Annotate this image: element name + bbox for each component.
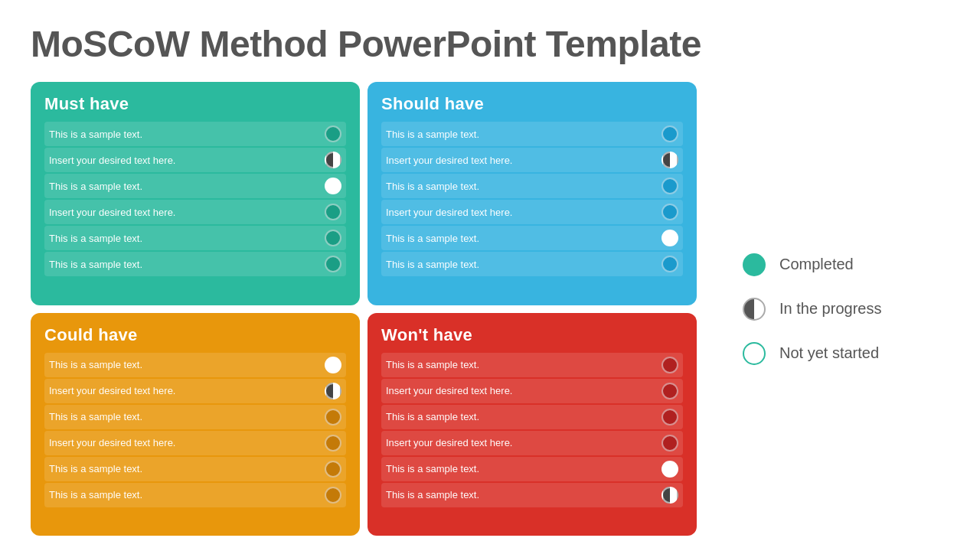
row-text: This is a sample text. bbox=[386, 359, 479, 370]
completed-icon bbox=[662, 204, 678, 220]
legend-label: Completed bbox=[779, 256, 854, 273]
not-started-icon bbox=[662, 461, 678, 478]
completed-icon bbox=[325, 461, 341, 478]
row-item: This is a sample text. bbox=[44, 405, 346, 429]
quadrant-title-wont-have: Won't have bbox=[381, 325, 683, 345]
quadrant-rows-could-have: This is a sample text.Insert your desire… bbox=[44, 353, 346, 526]
quadrant-rows-must-have: This is a sample text.Insert your desire… bbox=[44, 122, 346, 295]
completed-icon bbox=[662, 178, 678, 194]
quadrant-title-could-have: Could have bbox=[44, 325, 346, 345]
row-text: This is a sample text. bbox=[49, 411, 142, 422]
legend-item-completed: Completed bbox=[743, 253, 854, 276]
row-item: Insert your desired text here. bbox=[44, 200, 346, 224]
row-text: This is a sample text. bbox=[386, 259, 479, 270]
quadrant-could-have: Could haveThis is a sample text.Insert y… bbox=[31, 313, 360, 536]
row-item: Insert your desired text here. bbox=[44, 379, 346, 403]
row-item: This is a sample text. bbox=[44, 483, 346, 507]
completed-icon bbox=[325, 230, 341, 246]
row-text: Insert your desired text here. bbox=[49, 437, 175, 448]
row-item: This is a sample text. bbox=[381, 483, 683, 507]
row-item: Insert your desired text here. bbox=[381, 379, 683, 403]
row-item: This is a sample text. bbox=[44, 174, 346, 198]
row-text: This is a sample text. bbox=[386, 463, 479, 474]
row-item: Insert your desired text here. bbox=[381, 200, 683, 224]
row-text: This is a sample text. bbox=[49, 233, 142, 244]
completed-icon bbox=[325, 409, 341, 425]
row-text: This is a sample text. bbox=[386, 489, 479, 500]
row-item: This is a sample text. bbox=[381, 174, 683, 198]
page: MoSCoW Method PowerPoint Template Must h… bbox=[0, 0, 980, 551]
main-content: Must haveThis is a sample text.Insert yo… bbox=[31, 82, 949, 536]
legend-label: Not yet started bbox=[779, 344, 879, 362]
row-text: Insert your desired text here. bbox=[386, 155, 512, 166]
row-text: Insert your desired text here. bbox=[386, 437, 512, 448]
page-title: MoSCoW Method PowerPoint Template bbox=[31, 23, 949, 65]
row-item: Insert your desired text here. bbox=[44, 148, 346, 172]
completed-icon bbox=[325, 126, 341, 142]
row-item: This is a sample text. bbox=[44, 252, 346, 276]
not-started-icon bbox=[662, 230, 678, 246]
quadrant-title-must-have: Must have bbox=[44, 94, 346, 114]
row-text: This is a sample text. bbox=[386, 129, 479, 140]
row-text: This is a sample text. bbox=[386, 233, 479, 244]
completed-icon bbox=[325, 487, 341, 504]
row-text: Insert your desired text here. bbox=[386, 385, 512, 396]
not-started-icon bbox=[325, 357, 341, 373]
legend-item-in-progress: In the progress bbox=[743, 298, 881, 321]
row-text: This is a sample text. bbox=[49, 489, 142, 500]
not-started-icon bbox=[325, 178, 341, 194]
legend: CompletedIn the progressNot yet started bbox=[697, 82, 949, 536]
completed-icon bbox=[325, 204, 341, 220]
row-text: This is a sample text. bbox=[49, 359, 142, 370]
in-progress-icon bbox=[662, 152, 678, 168]
row-text: This is a sample text. bbox=[386, 411, 479, 422]
quadrant-must-have: Must haveThis is a sample text.Insert yo… bbox=[31, 82, 360, 305]
row-item: This is a sample text. bbox=[44, 226, 346, 250]
completed-icon bbox=[662, 383, 678, 399]
row-item: Insert your desired text here. bbox=[44, 431, 346, 455]
row-item: This is a sample text. bbox=[44, 353, 346, 377]
legend-icon-completed bbox=[743, 253, 766, 276]
completed-icon bbox=[662, 126, 678, 142]
row-item: This is a sample text. bbox=[381, 252, 683, 276]
row-text: This is a sample text. bbox=[49, 463, 142, 474]
row-text: This is a sample text. bbox=[49, 181, 142, 192]
in-progress-icon bbox=[662, 487, 678, 504]
row-text: This is a sample text. bbox=[49, 129, 142, 140]
completed-icon bbox=[662, 435, 678, 452]
completed-icon bbox=[325, 435, 341, 452]
row-text: Insert your desired text here. bbox=[386, 207, 512, 218]
row-item: This is a sample text. bbox=[381, 226, 683, 250]
quadrants-grid: Must haveThis is a sample text.Insert yo… bbox=[31, 82, 697, 536]
quadrant-should-have: Should haveThis is a sample text.Insert … bbox=[368, 82, 697, 305]
legend-item-not-started: Not yet started bbox=[743, 342, 879, 365]
completed-icon bbox=[662, 256, 678, 272]
quadrant-wont-have: Won't haveThis is a sample text.Insert y… bbox=[368, 313, 697, 536]
row-item: This is a sample text. bbox=[381, 122, 683, 146]
quadrant-rows-wont-have: This is a sample text.Insert your desire… bbox=[381, 353, 683, 526]
row-item: This is a sample text. bbox=[44, 457, 346, 481]
row-item: This is a sample text. bbox=[44, 122, 346, 146]
row-item: Insert your desired text here. bbox=[381, 148, 683, 172]
in-progress-icon bbox=[325, 152, 341, 168]
row-item: This is a sample text. bbox=[381, 457, 683, 481]
row-item: This is a sample text. bbox=[381, 353, 683, 377]
row-text: Insert your desired text here. bbox=[49, 207, 175, 218]
row-text: This is a sample text. bbox=[386, 181, 479, 192]
row-item: Insert your desired text here. bbox=[381, 431, 683, 455]
completed-icon bbox=[662, 409, 678, 425]
legend-label: In the progress bbox=[779, 300, 881, 318]
row-text: Insert your desired text here. bbox=[49, 385, 175, 396]
completed-icon bbox=[325, 256, 341, 272]
legend-icon-in-progress bbox=[743, 298, 766, 321]
completed-icon bbox=[662, 357, 678, 373]
row-item: This is a sample text. bbox=[381, 405, 683, 429]
quadrant-title-should-have: Should have bbox=[381, 94, 683, 114]
row-text: Insert your desired text here. bbox=[49, 155, 175, 166]
row-text: This is a sample text. bbox=[49, 259, 142, 270]
legend-icon-not-started bbox=[743, 342, 766, 365]
quadrant-rows-should-have: This is a sample text.Insert your desire… bbox=[381, 122, 683, 295]
in-progress-icon bbox=[325, 383, 341, 399]
